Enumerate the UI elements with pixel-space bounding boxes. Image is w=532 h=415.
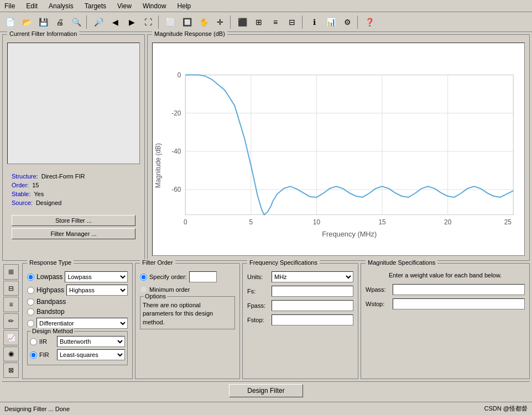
- options-text: There are no optional parameters for thi…: [143, 301, 232, 327]
- toolbar: 📄 📂 💾 🖨 🔍 🔎 ◀ ▶ ⛶ ⬜ 🔲 ✋ ✛ ⬛ ⊞ ≡ ⊟ ℹ 📊 ⚙ …: [0, 12, 532, 32]
- toolbar-help[interactable]: ❓: [362, 14, 377, 30]
- toolbar-pan[interactable]: ✋: [196, 14, 211, 30]
- sidebar-icon-4[interactable]: ✏: [3, 313, 19, 329]
- sidebar-icon-5[interactable]: 📈: [3, 330, 19, 345]
- bandstop-row: Bandstop: [27, 308, 128, 316]
- differentiator-radio[interactable]: [27, 320, 34, 327]
- wpass-row: Wpass: 1: [366, 284, 525, 295]
- sidebar-icon-7[interactable]: ⊠: [3, 363, 19, 378]
- toolbar-spec[interactable]: ⊞: [251, 14, 267, 30]
- structure-row: Structure: Direct-Form FIR: [12, 173, 135, 180]
- iir-radio[interactable]: [30, 338, 37, 345]
- design-method-panel: Design Method IIR Butterworth Chebyshev …: [27, 331, 128, 365]
- fs-label: Fs:: [247, 288, 269, 295]
- units-label: Units:: [247, 274, 269, 280]
- menu-window[interactable]: Window: [140, 1, 169, 11]
- svg-rect-0: [153, 51, 524, 248]
- fir-radio[interactable]: [30, 351, 37, 359]
- svg-text:20: 20: [444, 218, 452, 226]
- stable-value: Yes: [34, 191, 44, 197]
- structure-label: Structure:: [12, 173, 38, 180]
- svg-text:Magnitude (dB): Magnitude (dB): [154, 143, 162, 188]
- toolbar-save[interactable]: 💾: [35, 14, 51, 30]
- highpass-radio[interactable]: [27, 287, 34, 294]
- specify-order-radio[interactable]: [140, 274, 147, 281]
- differentiator-dropdown[interactable]: Differentiator: [36, 318, 128, 329]
- toolbar-marker[interactable]: ⬛: [234, 14, 250, 30]
- specify-order-input[interactable]: 15: [189, 271, 217, 282]
- sidebar-icon-3[interactable]: ≡: [3, 297, 19, 312]
- menu-help[interactable]: Help: [175, 1, 194, 11]
- menu-file[interactable]: File: [2, 1, 17, 11]
- toolbar-open[interactable]: 📂: [19, 14, 34, 30]
- filter-order-panel: Filter Order Specify order: 15 Minimum o…: [135, 263, 240, 379]
- toolbar-export[interactable]: 📊: [323, 14, 338, 30]
- menu-view[interactable]: View: [115, 1, 134, 11]
- highpass-label: Highpass: [36, 286, 64, 294]
- highpass-dropdown[interactable]: Highpass: [66, 285, 128, 296]
- lowpass-row: Lowpass Lowpass: [27, 271, 128, 282]
- wpass-label: Wpass:: [366, 286, 390, 293]
- differentiator-row: Differentiator: [27, 318, 128, 329]
- svg-text:Frequency (MHz): Frequency (MHz): [322, 230, 377, 238]
- wstop-row: Wstop: 1: [366, 298, 525, 309]
- sidebar-icon-6[interactable]: ◉: [3, 346, 19, 362]
- units-dropdown[interactable]: MHz kHz Hz Normalized: [272, 271, 353, 282]
- toolbar-zoom-in[interactable]: 🔍: [69, 14, 84, 30]
- design-filter-button[interactable]: Design Filter: [229, 384, 302, 397]
- menu-analysis[interactable]: Analysis: [46, 1, 76, 11]
- toolbar-settings[interactable]: ⚙: [340, 14, 355, 30]
- svg-text:-40: -40: [171, 148, 181, 155]
- structure-value: Direct-Form FIR: [41, 173, 85, 180]
- fir-dropdown[interactable]: Least-squares Window Equiripple: [57, 349, 125, 360]
- toolbar-zoom-rect[interactable]: 🔲: [179, 14, 195, 30]
- lowpass-dropdown[interactable]: Lowpass: [65, 271, 128, 282]
- mag-specs-panel: Magnitude Specifications Enter a weight …: [361, 263, 530, 379]
- store-filter-button[interactable]: Store Filter ...: [12, 215, 135, 226]
- toolbar-sep-3: [230, 15, 232, 29]
- lowpass-radio[interactable]: [27, 274, 34, 281]
- sidebar-icon-1[interactable]: ⊞: [3, 264, 19, 280]
- iir-dropdown[interactable]: Butterworth Chebyshev I Chebyshev II Ell…: [57, 336, 125, 347]
- svg-text:-20: -20: [171, 109, 181, 117]
- toolbar-select[interactable]: ⬜: [163, 14, 178, 30]
- toolbar-data-cursor[interactable]: ✛: [212, 14, 228, 30]
- mag-specs-description: Enter a weight value for each band below…: [366, 271, 525, 280]
- minimum-order-radio[interactable]: [140, 286, 147, 293]
- menu-edit[interactable]: Edit: [24, 1, 40, 11]
- fs-input[interactable]: 50: [272, 286, 353, 297]
- toolbar-print[interactable]: 🖨: [52, 14, 67, 30]
- fpass-label: Fpass:: [247, 302, 269, 309]
- fstop-input[interactable]: 6: [272, 314, 353, 325]
- sidebar-icon-2[interactable]: ⊟: [3, 281, 19, 296]
- bandstop-label: Bandstop: [36, 308, 65, 316]
- filter-manager-button[interactable]: Filter Manager ...: [12, 228, 135, 239]
- source-value: Designed: [36, 199, 61, 206]
- toolbar-prev[interactable]: ◀: [107, 14, 123, 30]
- wstop-input[interactable]: 1: [393, 298, 525, 309]
- freq-specs-title: Frequency Specifications: [247, 259, 320, 266]
- bottom-section: ⊞ ⊟ ≡ ✏ 📈 ◉ ⊠ Response Type Lowpass Lowp…: [2, 263, 530, 379]
- fpass-input[interactable]: 1: [272, 300, 353, 311]
- minimum-order-row: Minimum order: [140, 286, 235, 293]
- svg-text:25: 25: [504, 218, 512, 226]
- toolbar-fullscreen[interactable]: ⛶: [140, 14, 156, 30]
- menu-targets[interactable]: Targets: [82, 1, 108, 11]
- source-label: Source:: [12, 199, 33, 206]
- wpass-input[interactable]: 1: [393, 284, 525, 295]
- specify-order-row: Specify order: 15: [140, 271, 235, 282]
- toolbar-new[interactable]: 📄: [2, 14, 18, 30]
- toolbar-grid[interactable]: ≡: [268, 14, 283, 30]
- magnitude-chart-panel: Magnitude Response (dB) 0 -20 -40 -60 Ma…: [147, 34, 530, 261]
- bandstop-radio[interactable]: [27, 308, 34, 316]
- toolbar-zoom-out[interactable]: 🔎: [91, 14, 106, 30]
- toolbar-next[interactable]: ▶: [124, 14, 139, 30]
- bandpass-radio[interactable]: [27, 298, 34, 306]
- chart-area: 0 -20 -40 -60 Magnitude (dB): [152, 43, 525, 256]
- fpass-row: Fpass: 1: [247, 300, 353, 311]
- toolbar-legend[interactable]: ⊟: [284, 14, 300, 30]
- order-row: Order: 15: [12, 182, 135, 188]
- toolbar-info[interactable]: ℹ: [306, 14, 322, 30]
- filter-info-title: Current Filter Information: [7, 30, 79, 37]
- filter-info-panel: Current Filter Information Structure: Di…: [2, 34, 145, 261]
